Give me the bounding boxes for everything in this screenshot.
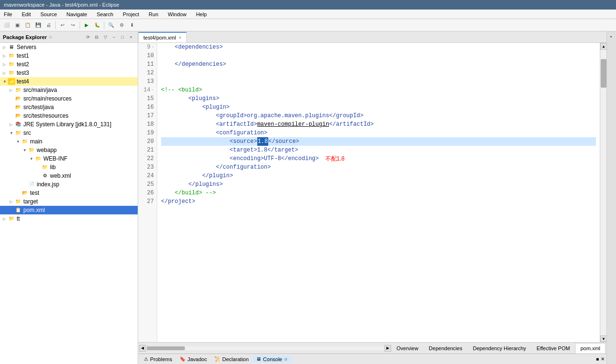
tree-item[interactable]: 📂test [0, 189, 138, 197]
panel-collapse-icon[interactable]: ⊟ [93, 33, 101, 41]
menu-help[interactable]: Help [194, 11, 209, 18]
bottom-tab-dependency-hierarchy[interactable]: Dependency Hierarchy [467, 343, 531, 354]
tree-item[interactable]: ▷📁test1 [0, 51, 138, 60]
tree-item[interactable]: 📄index.jsp [0, 180, 138, 189]
tree-item-label: test1 [17, 52, 29, 59]
tree-item[interactable]: ▷📁test3 [0, 69, 138, 77]
line-number: 20 [138, 137, 157, 146]
toolbar-btn-6[interactable]: ↩ [58, 20, 67, 30]
scroll-left-btn[interactable]: ◀ [139, 345, 146, 352]
status-close-x[interactable]: ✕ [601, 356, 605, 362]
line-num-text: 24 [147, 172, 154, 180]
tree-arrow-icon: ▷ [3, 62, 8, 67]
line-numbers: 9·1011121314·15161718192021222324252627 [138, 43, 157, 342]
toolbar-btn-2[interactable]: ▣ [12, 20, 22, 30]
tree-item[interactable]: 📂src/test/java [0, 103, 138, 111]
code-content[interactable]: <dependencies> </dependencies><!-- <buil… [157, 43, 600, 342]
status-bar: ⚠Problems🔖Javadoc📜Declaration🖥Console☆ ■… [138, 354, 606, 364]
menu-source[interactable]: Source [39, 11, 59, 18]
line-marker-icon: · [151, 86, 154, 94]
tree-item[interactable]: 📂src/main/resources [0, 94, 138, 103]
bottom-tab-dependencies[interactable]: Dependencies [424, 343, 467, 354]
tree-item[interactable]: ▼📁main [0, 137, 138, 146]
toolbar-btn-4[interactable]: 💾 [33, 20, 43, 30]
status-tab-javadoc[interactable]: 🔖Javadoc [176, 356, 211, 363]
tree-item-label: main [30, 138, 42, 145]
tree-arrow-icon: ▼ [3, 80, 8, 84]
status-icon-problems: ⚠ [144, 356, 148, 362]
tree-arrow-icon: ▼ [16, 140, 21, 144]
line-num-text: 18 [147, 120, 154, 129]
editor-tab-label: test4/pom.xml [143, 35, 176, 40]
panel-sync-icon[interactable]: ⟳ [84, 33, 92, 41]
menu-run[interactable]: Run [147, 11, 160, 18]
menu-file[interactable]: File [2, 11, 14, 18]
panel-close-icon[interactable]: × [127, 33, 135, 41]
menu-navigate[interactable]: Navigate [65, 11, 89, 18]
code-xml-tag-post: </artifactId> [329, 120, 374, 129]
toolbar-btn-7[interactable]: ↪ [68, 20, 78, 30]
scroll-right-btn[interactable]: ▶ [384, 345, 391, 352]
scroll-up-btn[interactable]: ▲ [600, 43, 606, 50]
tree-item[interactable]: ▷🖥Servers [0, 43, 138, 51]
bottom-tab-pom.xml[interactable]: pom.xml [575, 343, 606, 354]
toolbar-btn-run[interactable]: ▶ [82, 20, 91, 30]
toolbar-btn-new[interactable]: ⬜ [2, 20, 11, 30]
tree-item[interactable]: ▷📁tt [0, 214, 138, 223]
toolbar-separator-3 [104, 21, 104, 29]
tree-item[interactable]: ▷📁target [0, 197, 138, 206]
toolbar-btn-5[interactable]: 🖨 [44, 20, 53, 30]
editor-tab-pom[interactable]: test4/pom.xml × [138, 32, 187, 42]
tree-item[interactable]: ▼📁webapp [0, 146, 138, 154]
tree-item[interactable]: ▼📁WEB-INF [0, 154, 138, 163]
tree-item[interactable]: 📋pom.xml [0, 206, 138, 214]
line-number: 12 [138, 69, 157, 77]
code-line [161, 77, 596, 86]
code-editor[interactable]: 9·1011121314·15161718192021222324252627 … [138, 43, 606, 342]
menu-project[interactable]: Project [121, 11, 141, 18]
code-comment: </build> --> [161, 189, 216, 197]
line-number: 15 [138, 94, 157, 103]
menu-edit[interactable]: Edit [20, 11, 33, 18]
panel-minimize-icon[interactable]: − [110, 33, 118, 41]
status-minimize[interactable]: ■ [596, 356, 599, 362]
code-xml: <configuration> [161, 129, 267, 137]
tree-arrow-icon: ▷ [3, 71, 8, 75]
menu-search[interactable]: Search [95, 11, 115, 18]
tree-item[interactable]: ▷📁src/main/java [0, 86, 138, 94]
code-xml-post: </source> [268, 137, 299, 146]
bottom-tab-overview[interactable]: Overview [391, 343, 424, 354]
line-number: 26 [138, 189, 157, 197]
tree-item-label: web.xml [50, 172, 71, 179]
status-icon-javadoc: 🔖 [180, 356, 185, 362]
toolbar-btn-9[interactable]: ⬇ [127, 20, 137, 30]
tree-item[interactable]: ▼📁src [0, 129, 138, 137]
tree-item[interactable]: ▷📚JRE System Library [jdk1.8.0_131] [0, 120, 138, 129]
toolbar-btn-8[interactable]: ⚙ [117, 20, 126, 30]
tab-close-icon[interactable]: × [179, 35, 181, 40]
tree-arrow-icon: ▼ [10, 131, 14, 135]
tree-item[interactable]: ⚙web.xml [0, 172, 138, 180]
status-tab-problems[interactable]: ⚠Problems [140, 356, 176, 363]
status-tab-declaration[interactable]: 📜Declaration [211, 356, 252, 363]
status-tab-console[interactable]: 🖥Console☆ [252, 356, 292, 363]
toolbar-btn-3[interactable]: 📋 [23, 20, 32, 30]
tree-item-label: src/main/resources [23, 95, 71, 102]
panel-maximize-icon[interactable]: □ [119, 33, 126, 41]
vertical-scrollbar[interactable]: ▲ ▼ [600, 43, 606, 342]
code-line: <groupId>org.apache.maven.plugins</group… [161, 111, 596, 120]
scroll-down-btn[interactable]: ▼ [600, 335, 606, 342]
status-actions: ■ ✕ [596, 356, 605, 362]
bottom-tab-effective-pom[interactable]: Effective POM [531, 343, 575, 354]
left-panel: Package Explorer ☆ ⟳ ⊟ ▽ − □ × ▷🖥Servers… [0, 31, 138, 364]
panel-menu-icon[interactable]: ▽ [101, 33, 109, 41]
tree-item[interactable]: ▼📁test4 [0, 77, 138, 86]
tree-item-label: tt [17, 215, 20, 222]
toolbar-btn-debug[interactable]: 🐛 [92, 20, 102, 30]
menu-window[interactable]: Window [166, 11, 188, 18]
tree-item[interactable]: 📁lib [0, 163, 138, 172]
tree-item[interactable]: 📂src/test/resources [0, 111, 138, 120]
tree-item[interactable]: ▷📁test2 [0, 60, 138, 69]
right-bar-icon-1[interactable]: ⬥ [609, 32, 614, 40]
toolbar-btn-search[interactable]: 🔍 [106, 20, 116, 30]
